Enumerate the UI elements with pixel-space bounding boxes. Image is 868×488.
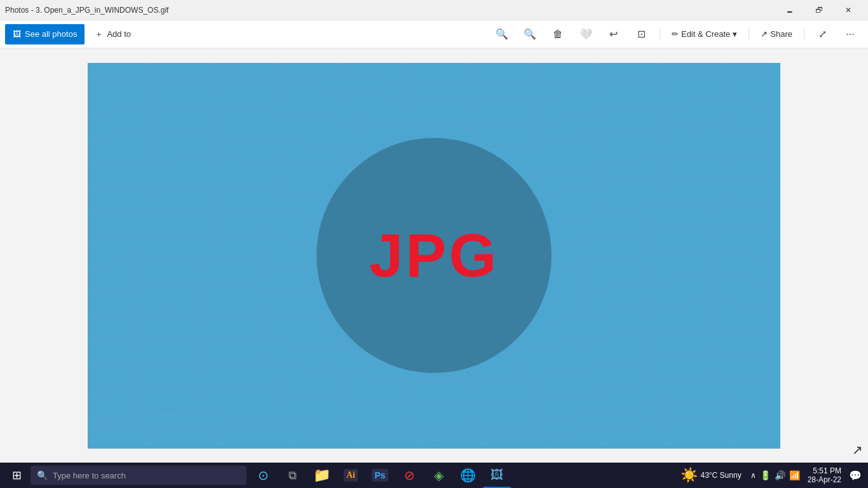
taskbar-apps: ⊙ ⧉ 📁 Ai Ps ⊘ ◈ 🌐 🖼 bbox=[249, 463, 511, 488]
photoshop-icon: Ps bbox=[372, 469, 388, 482]
volume-icon[interactable]: 🔊 bbox=[775, 470, 785, 480]
center-circle: JPG bbox=[316, 138, 552, 373]
cortana-icon: ⊙ bbox=[258, 468, 269, 483]
share-button[interactable]: ↗ Share bbox=[754, 24, 799, 44]
illustrator-icon: Ai bbox=[344, 469, 358, 482]
cortana-app[interactable]: ⊙ bbox=[249, 463, 277, 488]
separator-3 bbox=[804, 28, 804, 41]
expand-icon[interactable]: ↗ bbox=[852, 442, 863, 458]
separator-2 bbox=[749, 28, 749, 41]
photos-icon: 🖼 bbox=[491, 468, 503, 482]
file-explorer-icon: 📁 bbox=[313, 467, 330, 484]
add-to-label: Add to bbox=[107, 29, 131, 39]
search-icon: 🔍 bbox=[37, 470, 48, 480]
minimize-button[interactable]: 🗕 bbox=[775, 0, 804, 20]
chevron-down-icon: ▾ bbox=[733, 29, 737, 39]
taskbar: ⊞ 🔍 Type here to search ⊙ ⧉ 📁 Ai Ps ⊘ ◈ … bbox=[0, 463, 868, 488]
edit-create-label: Edit & Create bbox=[681, 29, 730, 39]
chrome-icon: 🌐 bbox=[460, 468, 476, 483]
photos-icon: 🖼 bbox=[13, 29, 21, 39]
notification-icon: 💬 bbox=[849, 470, 862, 482]
title-bar-controls: 🗕 🗗 ✕ bbox=[775, 0, 863, 20]
task-view-icon: ⧉ bbox=[288, 469, 297, 482]
edit-icon: ✏ bbox=[672, 29, 679, 39]
share-label: Share bbox=[770, 29, 792, 39]
see-all-photos-label: See all photos bbox=[25, 29, 77, 39]
photoshop-app[interactable]: Ps bbox=[366, 463, 394, 488]
weather-text: 43°C Sunny bbox=[700, 471, 741, 480]
edit-create-button[interactable]: ✏ Edit & Create ▾ bbox=[665, 24, 743, 44]
title-bar-left: Photos - 3. Open_a_JPG_in_WINDOWS_OS.gif bbox=[5, 6, 168, 15]
share-icon: ↗ bbox=[761, 29, 768, 39]
fit-window-button[interactable]: ⤢ bbox=[810, 23, 835, 46]
search-placeholder: Type here to search bbox=[53, 471, 126, 480]
title-text: Photos - 3. Open_a_JPG_in_WINDOWS_OS.gif bbox=[5, 6, 168, 15]
taskbar-system-icons: ∧ 🔋 🔊 📶 bbox=[747, 470, 804, 480]
add-icon: ＋ bbox=[95, 29, 103, 40]
task-view-app[interactable]: ⧉ bbox=[278, 463, 306, 488]
3d-icon: ◈ bbox=[434, 468, 444, 483]
network-icon[interactable]: 📶 bbox=[789, 470, 800, 480]
illustrator-app[interactable]: Ai bbox=[337, 463, 365, 488]
opera-app[interactable]: ⊘ bbox=[395, 463, 423, 488]
main-area: JPG ↗ bbox=[0, 48, 868, 463]
favorite-button[interactable]: 🤍 bbox=[573, 23, 599, 46]
jpg-text: JPG bbox=[369, 220, 499, 290]
windows-icon: ⊞ bbox=[12, 468, 22, 482]
chevron-up-icon[interactable]: ∧ bbox=[750, 471, 756, 480]
see-all-photos-button[interactable]: 🖼 See all photos bbox=[5, 24, 85, 44]
date-display: 28-Apr-22 bbox=[808, 475, 841, 484]
taskbar-search[interactable]: 🔍 Type here to search bbox=[31, 466, 247, 485]
separator-1 bbox=[660, 28, 660, 41]
opera-icon: ⊘ bbox=[404, 468, 415, 483]
title-bar: Photos - 3. Open_a_JPG_in_WINDOWS_OS.gif… bbox=[0, 0, 868, 20]
chrome-app[interactable]: 🌐 bbox=[454, 463, 482, 488]
weather-icon: ☀️ bbox=[681, 467, 698, 484]
close-button[interactable]: ✕ bbox=[834, 0, 863, 20]
rotate-button[interactable]: ↩ bbox=[601, 23, 627, 46]
file-explorer-app[interactable]: 📁 bbox=[308, 463, 336, 488]
image-container: JPG bbox=[88, 63, 780, 449]
time-display: 5:51 PM bbox=[808, 466, 841, 475]
toolbar: 🖼 See all photos ＋ Add to 🔍 🔍 🗑 🤍 ↩ ⊡ ✏ … bbox=[0, 20, 868, 48]
notification-button[interactable]: 💬 bbox=[845, 463, 865, 488]
start-button[interactable]: ⊞ bbox=[3, 463, 31, 488]
maximize-button[interactable]: 🗗 bbox=[804, 0, 834, 20]
taskbar-clock[interactable]: 5:51 PM 28-Apr-22 bbox=[804, 466, 845, 484]
zoom-out-button[interactable]: 🔍 bbox=[517, 23, 543, 46]
photos-app[interactable]: 🖼 bbox=[483, 463, 511, 488]
delete-button[interactable]: 🗑 bbox=[545, 23, 571, 46]
zoom-in-button[interactable]: 🔍 bbox=[489, 23, 515, 46]
taskbar-weather[interactable]: ☀️ 43°C Sunny bbox=[675, 467, 746, 484]
add-to-button[interactable]: ＋ Add to bbox=[87, 24, 139, 44]
battery-icon[interactable]: 🔋 bbox=[760, 470, 771, 480]
3d-builder-app[interactable]: ◈ bbox=[424, 463, 452, 488]
crop-button[interactable]: ⊡ bbox=[629, 23, 654, 46]
more-button[interactable]: ··· bbox=[837, 23, 863, 46]
